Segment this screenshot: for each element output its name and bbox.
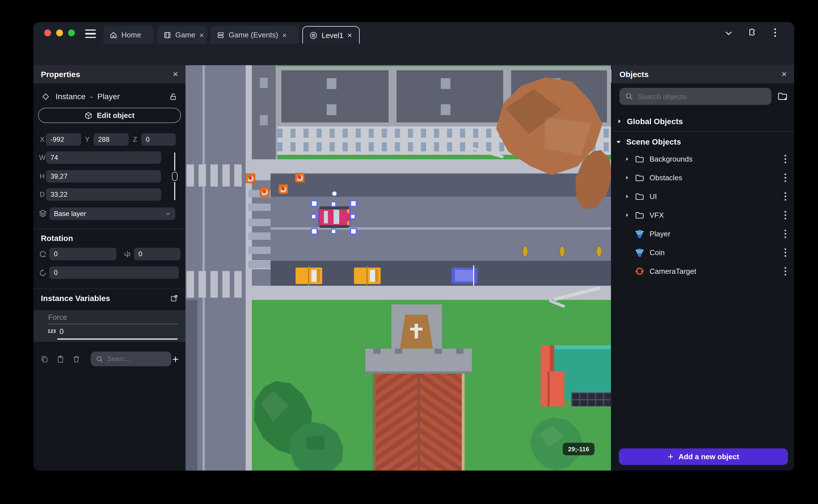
crate[interactable] xyxy=(246,173,255,183)
resize-handle[interactable] xyxy=(350,200,357,207)
rotation-z-field[interactable] xyxy=(49,266,179,279)
rotation-x-field[interactable] xyxy=(49,248,116,260)
objects-search[interactable] xyxy=(620,88,772,105)
hamburger-menu-icon[interactable] xyxy=(85,29,96,38)
variables-search-input[interactable] xyxy=(107,355,164,363)
road-dark-lane xyxy=(270,173,611,197)
desktop: Home Game × Game (Events) × Level1 × xyxy=(0,0,818,504)
resize-handle[interactable] xyxy=(331,201,336,207)
layer-select[interactable]: Base layer xyxy=(49,207,175,220)
rotation-handle[interactable] xyxy=(332,191,337,196)
coin[interactable] xyxy=(523,246,528,257)
row-options-icon[interactable] xyxy=(785,195,786,197)
w-field[interactable] xyxy=(46,151,161,164)
tab-close-icon[interactable]: × xyxy=(199,31,204,39)
taxi-car[interactable] xyxy=(354,268,380,284)
selected-instance-player-car[interactable] xyxy=(319,207,350,227)
instance-kind: Instance xyxy=(56,92,86,101)
object-row-coin[interactable]: Coin xyxy=(612,244,794,261)
h-field[interactable] xyxy=(46,170,161,183)
coin[interactable] xyxy=(596,246,602,257)
teal-building[interactable] xyxy=(541,345,611,406)
row-options-icon[interactable] xyxy=(785,214,786,216)
crosswalk-stripe xyxy=(248,261,270,268)
tab-close-icon[interactable]: × xyxy=(347,31,352,39)
resize-handle[interactable] xyxy=(350,214,356,219)
extensions-puzzle-icon[interactable] xyxy=(747,28,756,37)
group-scene-objects[interactable]: Scene Objects xyxy=(612,133,794,150)
resize-handle[interactable] xyxy=(311,228,318,235)
layer-row: Base layer xyxy=(33,207,185,220)
folder-row-ui[interactable]: UI xyxy=(612,188,794,205)
variable-block: Force 123 0 xyxy=(33,310,185,342)
variable-value[interactable]: 0 xyxy=(60,327,64,336)
paste-icon[interactable] xyxy=(56,355,65,363)
tab-game[interactable]: Game × xyxy=(157,26,207,44)
taxi-car[interactable] xyxy=(295,268,322,284)
tab-game-events[interactable]: Game (Events) × xyxy=(210,26,299,44)
tab-label: Level1 xyxy=(322,31,343,39)
copy-icon[interactable] xyxy=(40,355,49,363)
coin[interactable] xyxy=(559,246,565,257)
close-objects-icon[interactable]: × xyxy=(781,69,787,79)
add-folder-icon[interactable] xyxy=(777,91,788,101)
z-field[interactable] xyxy=(141,133,176,146)
unlock-icon[interactable] xyxy=(169,92,177,101)
row-options-icon[interactable] xyxy=(785,251,786,253)
crate[interactable] xyxy=(295,173,304,183)
variable-name[interactable]: Force xyxy=(48,313,67,321)
open-variables-external-icon[interactable] xyxy=(170,294,178,302)
scene-icon xyxy=(309,31,318,39)
row-options-icon[interactable] xyxy=(785,270,786,272)
cursor-coordinates-badge: 29;-116 xyxy=(563,443,595,455)
crate[interactable] xyxy=(260,187,269,197)
zoom-traffic-button[interactable] xyxy=(68,29,75,36)
properties-panel: Properties × Instance - Player Edit obje… xyxy=(33,65,185,471)
add-variable-button[interactable]: + xyxy=(172,353,179,364)
brick-building-body[interactable] xyxy=(373,374,465,471)
edit-object-button[interactable]: Edit object xyxy=(38,108,181,123)
chevron-right-icon xyxy=(625,194,630,199)
resize-handle[interactable] xyxy=(331,228,336,234)
minimize-traffic-button[interactable] xyxy=(56,29,63,36)
row-options-icon[interactable] xyxy=(785,233,786,234)
scene-canvas[interactable]: 29;-116 xyxy=(185,65,611,471)
object-row-cameratarget[interactable]: CameraTarget xyxy=(612,262,794,279)
objects-search-input[interactable] xyxy=(638,92,757,101)
close-properties-icon[interactable]: × xyxy=(173,69,178,79)
resize-handle[interactable] xyxy=(311,200,318,207)
folder-row-vfx[interactable]: VFX xyxy=(612,206,794,223)
crosswalk-stripe xyxy=(198,271,206,298)
building-roof xyxy=(277,66,392,126)
crosswalk-stripe xyxy=(210,164,218,187)
folder-row-obstacles[interactable]: Obstacles xyxy=(612,169,794,186)
tab-level1[interactable]: Level1 × xyxy=(302,26,360,44)
rotation-y-field[interactable] xyxy=(134,248,180,260)
y-field[interactable] xyxy=(94,133,129,146)
crate[interactable] xyxy=(278,184,288,194)
row-options-icon[interactable] xyxy=(785,177,786,178)
crosswalk-stripe xyxy=(248,232,270,240)
row-options-icon[interactable] xyxy=(785,158,786,160)
x-field[interactable] xyxy=(46,133,81,146)
chevron-down-icon[interactable] xyxy=(724,29,733,37)
dimension-link-icon[interactable] xyxy=(172,172,177,181)
close-traffic-button[interactable] xyxy=(44,29,51,36)
blue-car[interactable] xyxy=(452,268,478,283)
d-field[interactable] xyxy=(46,188,161,201)
more-options-icon[interactable] xyxy=(774,32,776,33)
delete-variable-icon[interactable] xyxy=(72,355,81,363)
tab-close-icon[interactable]: × xyxy=(282,31,287,39)
add-new-object-label: Add a new object xyxy=(679,452,739,461)
add-new-object-button[interactable]: + Add a new object xyxy=(619,448,788,465)
folder-row-backgrounds[interactable]: Backgrounds xyxy=(612,150,794,167)
group-global-objects[interactable]: Global Objects xyxy=(612,113,794,130)
building-roof xyxy=(392,66,507,126)
w-label: W xyxy=(39,154,46,162)
resize-handle[interactable] xyxy=(311,214,316,219)
variables-search[interactable] xyxy=(91,351,171,366)
resize-handle[interactable] xyxy=(350,228,357,235)
object-row-player[interactable]: Player xyxy=(612,225,794,242)
tab-home[interactable]: Home xyxy=(103,26,154,44)
crosswalk-stripe xyxy=(248,219,270,226)
